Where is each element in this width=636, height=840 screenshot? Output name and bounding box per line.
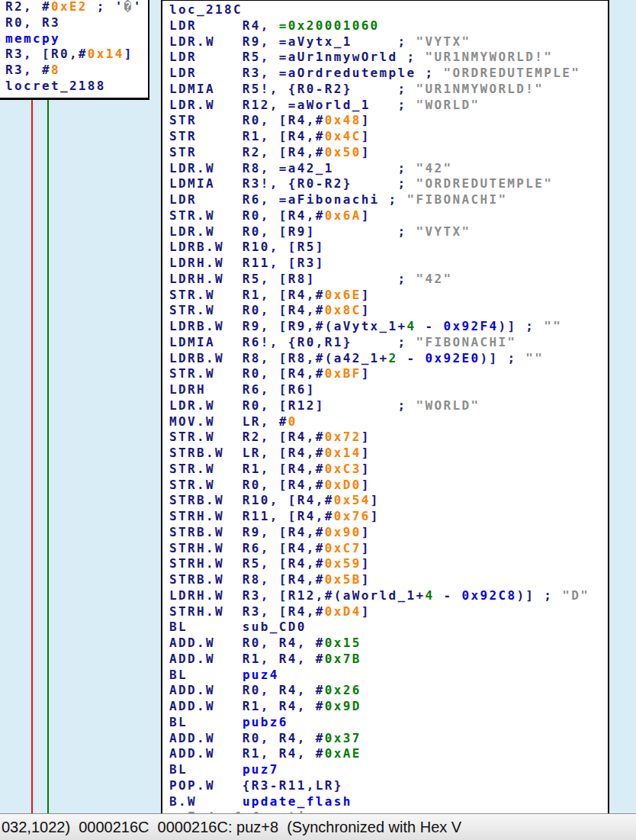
asm-line[interactable]: ADD.W R0, R4, #0x37 (169, 731, 608, 747)
ida-graph-view: R2, #0xE2 ; '�'R0, R3memcpyR3, [R0,#0x14… (0, 0, 636, 840)
asm-line[interactable]: STR R0, [R4,#0x48] (169, 113, 608, 129)
asm-line[interactable]: STR.W R2, [R4,#0x72] (169, 430, 608, 446)
asm-line[interactable]: BL sub_CD0 (169, 620, 608, 636)
asm-line[interactable]: STR R1, [R4,#0x4C] (169, 129, 608, 145)
asm-line[interactable]: STRH.W R6, [R4,#0xC7] (169, 541, 608, 557)
asm-line[interactable]: ADD.W R0, R4, #0x26 (169, 683, 608, 699)
asm-line[interactable]: STRB.W R8, [R4,#0x5B] (169, 572, 608, 588)
asm-line[interactable]: LDMIA R6!, {R0,R1} ; "FIBONACHI" (169, 335, 608, 351)
basic-block-locret-2188[interactable]: R2, #0xE2 ; '�'R0, R3memcpyR3, [R0,#0x14… (0, 0, 149, 100)
asm-line[interactable]: STRH.W R11, [R4,#0x76] (169, 509, 608, 525)
asm-line[interactable]: loc_218C (169, 2, 608, 18)
asm-line[interactable]: R0, R3 (0, 15, 148, 31)
asm-line[interactable]: locret_2188 (0, 79, 148, 95)
asm-line[interactable]: MOV.W LR, #0 (169, 414, 608, 430)
asm-line[interactable]: LDRB.W R8, [R8,#(a42_1+2 - 0x92E0)] ; "" (169, 351, 608, 367)
asm-line[interactable]: LDMIA R3!, {R0-R2} ; "ORDREDUTEMPLE" (169, 176, 608, 192)
asm-line[interactable]: ADD.W R1, R4, #0x9D (169, 699, 608, 715)
asm-line[interactable]: LDRH R6, [R6] (169, 382, 608, 398)
asm-line[interactable]: BL pubz6 (169, 715, 608, 731)
asm-line[interactable]: LDR.W R8, =a42_1 ; "42" (169, 161, 608, 177)
asm-line[interactable]: LDRH.W R3, [R12,#(aWorld_1+4 - 0x92C8)] … (169, 588, 608, 604)
status-bar-text: 032,1022) 0000216C 0000216C: puz+8 (Sync… (0, 819, 461, 836)
asm-line[interactable]: LDMIA R5!, {R0-R2} ; "UR1NMYWORLD!" (169, 82, 608, 98)
asm-line[interactable]: BL puz7 (169, 762, 608, 778)
asm-line[interactable]: STR R2, [R4,#0x50] (169, 145, 608, 161)
asm-line[interactable]: STR.W R0, [R4,#0x6A] (169, 208, 608, 224)
asm-line[interactable]: POP.W {R3-R11,LR} (169, 778, 608, 794)
asm-line[interactable]: STRH.W R5, [R4,#0x59] (169, 556, 608, 572)
asm-line[interactable]: ADD.W R0, R4, #0x15 (169, 636, 608, 652)
asm-line[interactable]: STRH.W R3, [R4,#0xD4] (169, 604, 608, 620)
asm-line[interactable]: LDRB.W R10, [R5] (169, 240, 608, 256)
asm-line[interactable]: R2, #0xE2 ; '�' (0, 0, 148, 15)
asm-line[interactable]: STRB.W R10, [R4,#0x54] (169, 493, 608, 509)
asm-line[interactable]: STRB.W LR, [R4,#0x14] (169, 446, 608, 462)
asm-line[interactable]: LDRB.W R9, [R9,#(aVytx_1+4 - 0x92F4)] ; … (169, 319, 608, 335)
asm-line[interactable]: LDR R3, =aOrdredutemple ; "ORDREDUTEMPLE… (169, 66, 608, 82)
asm-line[interactable]: LDR.W R9, =aVytx_1 ; "VYTX" (169, 34, 608, 50)
asm-line[interactable]: LDR.W R12, =aWorld_1 ; "WORLD" (169, 98, 608, 114)
asm-line[interactable]: ADD.W R1, R4, #0x7B (169, 652, 608, 668)
asm-line[interactable]: STR.W R0, [R4,#0xBF] (169, 366, 608, 382)
graph-edge-green (47, 98, 49, 817)
asm-line[interactable]: STR.W R1, [R4,#0x6E] (169, 288, 608, 304)
asm-line[interactable]: LDR R4, =0x20001060 (169, 18, 608, 34)
asm-line[interactable]: LDR.W R0, [R9] ; "VYTX" (169, 224, 608, 240)
asm-line[interactable]: B.W update_flash (169, 794, 608, 810)
asm-line[interactable]: LDR R6, =aFibonachi ; "FIBONACHI" (169, 192, 608, 208)
asm-line[interactable]: STR.W R0, [R4,#0xD0] (169, 478, 608, 494)
basic-block-loc-218C[interactable]: loc_218CLDR R4, =0x20001060LDR.W R9, =aV… (161, 0, 609, 825)
asm-line[interactable]: LDRH.W R11, [R3] (169, 256, 608, 272)
asm-line[interactable]: STR.W R0, [R4,#0x8C] (169, 303, 608, 319)
asm-line[interactable]: memcpy (0, 31, 148, 47)
asm-line[interactable]: R3, #8 (0, 63, 148, 79)
asm-line[interactable]: R3, [R0,#0x14] (0, 47, 148, 63)
asm-line[interactable]: BL puz4 (169, 668, 608, 684)
asm-line[interactable]: LDR R5, =aUr1nmywOrld ; "UR1NMYWORLD!" (169, 50, 608, 66)
asm-line[interactable]: LDR.W R0, [R12] ; "WORLD" (169, 398, 608, 414)
asm-line[interactable]: STRB.W R9, [R4,#0x90] (169, 525, 608, 541)
status-bar: 032,1022) 0000216C 0000216C: puz+8 (Sync… (0, 813, 636, 840)
asm-line[interactable]: STR.W R1, [R4,#0xC3] (169, 462, 608, 478)
graph-edge-red (31, 98, 33, 817)
asm-line[interactable]: ADD.W R1, R4, #0xAE (169, 746, 608, 762)
asm-line[interactable]: LDRH.W R5, [R8] ; "42" (169, 272, 608, 288)
